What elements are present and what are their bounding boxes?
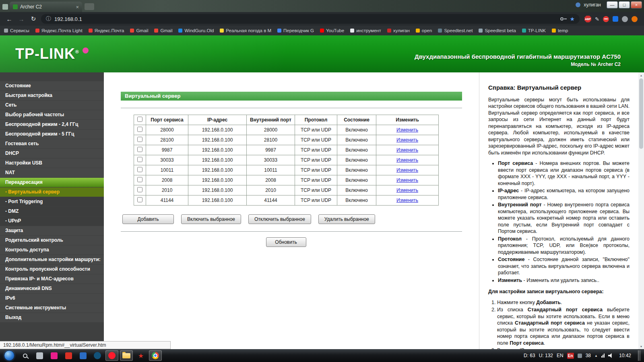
scrollbar-thumb[interactable] bbox=[639, 78, 643, 149]
sidebar-item[interactable]: Выбор рабочей частоты bbox=[0, 110, 104, 119]
edit-link[interactable]: Изменить bbox=[396, 157, 418, 163]
bookmark-item[interactable]: WindGuru.Old bbox=[178, 28, 214, 33]
taskbar-app-chrome[interactable] bbox=[149, 350, 162, 361]
punto-switcher-icon[interactable]: En bbox=[567, 353, 574, 359]
sidebar-item[interactable]: - DMZ bbox=[0, 207, 104, 216]
tab-close-icon[interactable]: × bbox=[76, 4, 79, 10]
row-checkbox[interactable] bbox=[137, 167, 142, 172]
key-icon[interactable] bbox=[560, 17, 564, 21]
sidebar-item[interactable]: Переадресация bbox=[0, 178, 104, 187]
back-icon[interactable]: ← bbox=[5, 14, 14, 23]
taskbar-app-app-pink[interactable] bbox=[47, 350, 60, 361]
url-field[interactable]: ⓘ 192.168.0.1 bbox=[41, 14, 580, 24]
sidebar-item[interactable]: Привязка IP- и MAC-адресов bbox=[0, 274, 104, 284]
bookmark-item[interactable]: Сервисы bbox=[4, 28, 29, 33]
edit-link[interactable]: Изменить bbox=[396, 127, 418, 133]
adblock-icon[interactable] bbox=[603, 16, 609, 22]
abp-icon[interactable]: ABP bbox=[584, 16, 591, 23]
bookmark-item[interactable]: Speedtest beta bbox=[479, 28, 516, 33]
network-icon[interactable] bbox=[601, 354, 605, 358]
sidebar-item[interactable]: Контроль пропускной способности bbox=[0, 265, 104, 274]
minimize-button[interactable]: — bbox=[607, 1, 618, 8]
taskbar-app-app-star[interactable] bbox=[134, 350, 147, 361]
delete-selected-button[interactable]: Удалить выбранное bbox=[318, 214, 375, 224]
row-checkbox[interactable] bbox=[137, 127, 142, 132]
volume-icon[interactable] bbox=[608, 353, 613, 358]
extension-icon[interactable] bbox=[622, 16, 628, 22]
new-tab-button[interactable] bbox=[85, 3, 94, 10]
scroll-up-icon[interactable]: ▲ bbox=[638, 72, 644, 78]
counter-icon[interactable] bbox=[578, 354, 582, 358]
sidebar-item[interactable]: - UPnP bbox=[0, 216, 104, 226]
bookmark-star-icon[interactable] bbox=[570, 16, 575, 22]
sidebar-item[interactable]: Гостевая сеть bbox=[0, 139, 104, 148]
sidebar-item[interactable]: DHCP bbox=[0, 149, 104, 158]
row-checkbox[interactable] bbox=[137, 187, 142, 192]
language-indicator[interactable]: EN bbox=[557, 353, 564, 358]
bookmark-item[interactable]: хулиган bbox=[387, 28, 410, 33]
refresh-button[interactable]: Обновить bbox=[266, 237, 306, 247]
row-checkbox[interactable] bbox=[137, 197, 142, 202]
taskbar-app-app-mail[interactable] bbox=[76, 350, 89, 361]
add-button[interactable]: Добавить bbox=[122, 214, 174, 224]
enable-selected-button[interactable]: Включить выбранное bbox=[181, 214, 241, 224]
sidebar-item[interactable]: Выход bbox=[0, 313, 104, 322]
row-checkbox[interactable] bbox=[137, 147, 142, 152]
scroll-down-icon[interactable]: ▼ bbox=[638, 343, 644, 349]
sidebar-item[interactable]: Беспроводной режим - 5 ГГц bbox=[0, 130, 104, 139]
sidebar-item[interactable]: NAT bbox=[0, 168, 104, 177]
bookmark-item[interactable]: Speedtest.net bbox=[438, 28, 473, 33]
forward-icon[interactable]: → bbox=[17, 14, 26, 23]
taskbar-app-app-red[interactable] bbox=[62, 350, 75, 361]
reload-icon[interactable]: ↻ bbox=[29, 14, 38, 23]
disable-selected-button[interactable]: Отключить выбранное bbox=[248, 214, 311, 224]
edit-link[interactable]: Изменить bbox=[396, 187, 418, 193]
sidebar-item[interactable]: Настройки USB bbox=[0, 158, 104, 168]
info-icon[interactable]: ⓘ bbox=[46, 15, 51, 23]
sidebar-item[interactable]: Состояние bbox=[0, 81, 104, 90]
taskbar-app-app-tools[interactable] bbox=[33, 350, 46, 361]
sidebar-item[interactable]: Быстрая настройка bbox=[0, 91, 104, 100]
bookmark-item[interactable]: Gmail bbox=[130, 28, 148, 33]
bookmark-item[interactable]: open bbox=[416, 28, 432, 33]
sidebar-item[interactable]: Дополнительные настройки маршрути: bbox=[0, 255, 104, 264]
sidebar-item[interactable]: Защита bbox=[0, 226, 104, 235]
translate-extension-icon[interactable] bbox=[613, 16, 618, 22]
sidebar-item[interactable]: Сеть bbox=[0, 101, 104, 110]
bookmark-item[interactable]: YouTube bbox=[320, 28, 344, 33]
bookmark-item[interactable]: Переводчик G bbox=[277, 28, 314, 33]
select-all-checkbox[interactable] bbox=[137, 117, 142, 122]
edit-extension-icon[interactable] bbox=[595, 16, 599, 22]
edit-link[interactable]: Изменить bbox=[396, 167, 418, 173]
close-button[interactable]: × bbox=[631, 1, 642, 8]
bookmark-item[interactable]: Реальная погода в М bbox=[220, 28, 271, 33]
row-checkbox[interactable] bbox=[137, 157, 142, 162]
sidebar-item[interactable]: Динамический DNS bbox=[0, 284, 104, 293]
show-desktop-button[interactable] bbox=[638, 350, 641, 361]
maximize-button[interactable]: □ bbox=[619, 1, 630, 8]
taskbar-app-search-app[interactable] bbox=[19, 350, 31, 361]
page-scrollbar[interactable]: ▲ ▼ bbox=[638, 72, 644, 349]
edit-link[interactable]: Изменить bbox=[396, 177, 418, 183]
edit-link[interactable]: Изменить bbox=[396, 197, 418, 203]
avatar-icon[interactable] bbox=[632, 16, 638, 22]
taskbar-app-app-navy[interactable] bbox=[91, 350, 104, 361]
edit-link[interactable]: Изменить bbox=[396, 137, 418, 143]
taskbar-app-opera[interactable] bbox=[105, 350, 118, 361]
bookmark-item[interactable]: TP-LINK bbox=[522, 28, 546, 33]
sidebar-item[interactable]: Родительский контроль bbox=[0, 236, 104, 245]
sidebar-item[interactable]: - Port Triggering bbox=[0, 197, 104, 206]
clock[interactable]: 10:42 bbox=[617, 353, 634, 358]
sidebar-item[interactable]: IPv6 bbox=[0, 294, 104, 303]
sidebar-item[interactable]: - Виртуальный сервер bbox=[0, 187, 104, 197]
row-checkbox[interactable] bbox=[137, 137, 142, 142]
browser-tab[interactable]: Archer C2 × bbox=[10, 2, 82, 12]
taskbar-app-explorer[interactable] bbox=[120, 350, 133, 361]
bookmark-item[interactable]: Яндекс.Почта bbox=[89, 28, 124, 33]
start-button[interactable] bbox=[4, 350, 14, 361]
edit-link[interactable]: Изменить bbox=[396, 147, 418, 153]
bookmark-item[interactable]: инструмент bbox=[350, 28, 381, 33]
sidebar-item[interactable]: Беспроводной режим - 2,4 ГГц bbox=[0, 120, 104, 129]
row-checkbox[interactable] bbox=[137, 177, 142, 182]
sidebar-item[interactable]: Контроль доступа bbox=[0, 245, 104, 255]
